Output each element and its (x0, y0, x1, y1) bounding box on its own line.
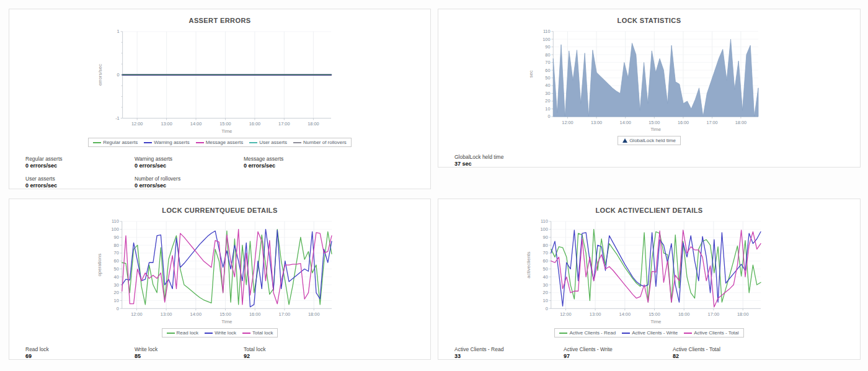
stats: Read lock69Write lock85Total lock92 (9, 346, 430, 359)
legend-item[interactable]: Active Clients - Total (684, 330, 738, 336)
stat-value: 92 (244, 353, 353, 359)
legend-item[interactable]: Active Clients - Write (622, 330, 678, 336)
panel-title: ASSERT ERRORS (189, 17, 251, 24)
svg-text:17:00: 17:00 (708, 311, 720, 317)
legend-label: Active Clients - Total (694, 330, 738, 336)
legend-label: Warning asserts (154, 140, 190, 145)
stat-value: 85 (135, 353, 244, 359)
stat: Active Clients - Write97 (564, 346, 673, 359)
svg-text:12:00: 12:00 (560, 311, 572, 317)
svg-text:15:00: 15:00 (649, 311, 660, 317)
svg-text:80: 80 (113, 243, 118, 248)
stat-label: Read lock (25, 346, 135, 352)
svg-text:90: 90 (113, 235, 118, 240)
series-dash-icon (196, 142, 204, 143)
svg-text:14:00: 14:00 (619, 311, 631, 317)
svg-text:70: 70 (113, 250, 118, 256)
svg-text:50: 50 (545, 75, 550, 81)
svg-text:1: 1 (117, 29, 119, 34)
legend-item[interactable]: Read lock (167, 330, 199, 336)
legend-item[interactable]: Total lock (242, 330, 273, 336)
stat: Active Clients - Total82 (673, 346, 782, 359)
stats: Regular asserts0 errors/secWarning asser… (9, 156, 430, 189)
stat-label: User asserts (25, 176, 135, 182)
dashboard: ASSERT ERRORS 12:0013:0014:0015:0016:001… (0, 0, 868, 371)
stat-label: Active Clients - Write (564, 346, 673, 352)
stat-label: Regular asserts (25, 156, 135, 162)
svg-text:14:00: 14:00 (190, 121, 201, 127)
svg-text:15:00: 15:00 (219, 311, 231, 317)
svg-text:15:00: 15:00 (219, 121, 231, 127)
stat-value: 82 (673, 353, 782, 359)
series-dash-icon (249, 142, 257, 143)
series-dash-icon (559, 333, 567, 334)
stat-value: 0 errors/sec (25, 163, 135, 169)
series-dash-icon (242, 333, 250, 334)
legend-item[interactable]: Warning asserts (144, 140, 190, 145)
svg-text:20: 20 (545, 98, 550, 104)
panel-title: LOCK STATISTICS (618, 17, 681, 24)
stats: GlobalLock held time37 sec (438, 154, 860, 167)
stat-value: 0 errors/sec (135, 182, 244, 189)
svg-text:0: 0 (546, 306, 548, 311)
legend-item[interactable]: Write lock (205, 330, 236, 336)
svg-text:Time: Time (650, 127, 661, 132)
legend-item[interactable]: Message asserts (196, 140, 243, 145)
svg-text:30: 30 (543, 282, 548, 288)
series-dash-icon (622, 333, 630, 334)
svg-text:60: 60 (545, 68, 550, 73)
legend-item[interactable]: Number of rollovers (293, 140, 347, 145)
svg-text:13:00: 13:00 (160, 311, 172, 317)
stat: Warning asserts0 errors/sec (135, 156, 244, 169)
stat-label: Number of rollovers (135, 176, 244, 182)
svg-text:18:00: 18:00 (737, 311, 749, 317)
svg-text:15:00: 15:00 (649, 120, 660, 125)
stat: GlobalLock held time37 sec (454, 154, 564, 167)
svg-text:17:00: 17:00 (278, 311, 290, 317)
legend-item[interactable]: User asserts (249, 140, 287, 145)
svg-text:18:00: 18:00 (308, 121, 319, 127)
svg-text:20: 20 (543, 290, 548, 295)
legend-label: Number of rollovers (303, 140, 347, 145)
series-dash-icon (144, 142, 152, 143)
svg-text:60: 60 (543, 258, 548, 264)
svg-text:100: 100 (540, 226, 547, 232)
stat-value: 69 (25, 353, 135, 359)
svg-text:activeclients: activeclients (526, 252, 531, 279)
stat: Total lock92 (244, 346, 353, 359)
legend-label: Message asserts (206, 140, 243, 145)
svg-text:10: 10 (113, 298, 118, 303)
svg-text:12:00: 12:00 (131, 121, 142, 127)
svg-text:13:00: 13:00 (590, 311, 601, 317)
legend-item[interactable]: Active Clients - Read (559, 330, 616, 336)
svg-text:16:00: 16:00 (249, 311, 260, 317)
svg-text:100: 100 (542, 37, 550, 42)
stat-label: GlobalLock held time (454, 154, 564, 160)
legend-label: User asserts (259, 140, 287, 145)
svg-text:errors/sec: errors/sec (97, 64, 103, 86)
svg-text:110: 110 (543, 29, 551, 34)
svg-text:sec: sec (528, 70, 534, 78)
stat-value: 37 sec (454, 161, 564, 167)
panel-lock-activeclient: LOCK ACTIVECLIENT DETAILS 12:0013:0014:0… (438, 199, 861, 360)
legend-item[interactable]: GlobalLock held time (622, 138, 676, 143)
svg-text:14:00: 14:00 (190, 311, 202, 317)
stat-label: Write lock (135, 346, 244, 352)
svg-text:12:00: 12:00 (562, 120, 573, 125)
stat: Active Clients - Read33 (454, 346, 564, 359)
svg-text:operations: operations (97, 254, 102, 277)
svg-text:20: 20 (113, 290, 118, 295)
svg-text:100: 100 (111, 226, 118, 232)
panel-lock-currentqueue: LOCK CURRENTQUEUE DETAILS 12:0013:0014:0… (9, 199, 431, 360)
series-dash-icon (205, 333, 213, 334)
series-marker-icon (622, 138, 627, 143)
legend-item[interactable]: Regular asserts (93, 140, 138, 145)
svg-text:13:00: 13:00 (591, 120, 602, 125)
stats: Active Clients - Read33Active Clients - … (438, 346, 860, 359)
stat: Number of rollovers0 errors/sec (135, 176, 244, 189)
lock-activeclient-chart: 12:0013:0014:0015:0016:0017:0018:0011010… (519, 215, 779, 327)
svg-text:30: 30 (113, 282, 118, 288)
series-dash-icon (93, 142, 101, 143)
svg-text:40: 40 (113, 274, 118, 280)
svg-text:Time: Time (650, 319, 662, 324)
